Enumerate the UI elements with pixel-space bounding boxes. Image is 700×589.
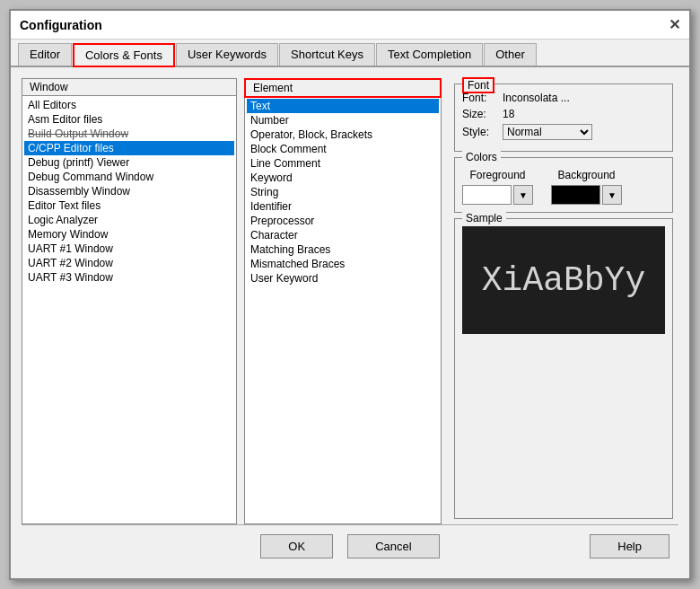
tab-text-completion[interactable]: Text Completion bbox=[376, 43, 483, 66]
size-label: Size: bbox=[462, 108, 503, 120]
close-button[interactable]: ✕ bbox=[669, 16, 680, 33]
tab-editor[interactable]: Editor bbox=[18, 43, 72, 66]
element-panel-header: Element bbox=[244, 78, 442, 98]
colors-group: Colors Foreground ▼ Background bbox=[454, 157, 673, 213]
list-item[interactable]: User Keyword bbox=[247, 271, 439, 286]
list-item[interactable]: Build Output Window bbox=[24, 127, 234, 141]
sample-box: XiAaBbYy bbox=[462, 226, 665, 334]
list-item[interactable]: Keyword bbox=[247, 171, 439, 185]
background-dropdown-arrow[interactable]: ▼ bbox=[602, 185, 622, 205]
dialog-title: Configuration bbox=[20, 18, 102, 32]
font-label: Font: bbox=[462, 92, 503, 104]
sample-group: Sample XiAaBbYy bbox=[454, 218, 673, 519]
background-swatch[interactable] bbox=[551, 185, 600, 205]
colors-group-label: Colors bbox=[462, 151, 501, 163]
foreground-label: Foreground bbox=[469, 169, 525, 181]
title-bar: Configuration ✕ bbox=[11, 11, 689, 40]
list-item[interactable]: String bbox=[247, 185, 439, 199]
tab-shortcut-keys[interactable]: Shortcut Keys bbox=[279, 43, 375, 66]
element-panel: Element Text Number Operator, Block, Bra… bbox=[244, 78, 442, 524]
configuration-dialog: Configuration ✕ Editor Colors & Fonts Us… bbox=[9, 9, 691, 580]
foreground-swatch[interactable] bbox=[462, 185, 512, 205]
background-swatch-row: ▼ bbox=[551, 185, 622, 205]
list-item[interactable]: Identifier bbox=[247, 199, 439, 214]
list-item-cpp-editor[interactable]: C/CPP Editor files bbox=[24, 141, 234, 155]
list-item[interactable]: Block Comment bbox=[247, 142, 439, 156]
list-item[interactable]: Disassembly Window bbox=[24, 184, 234, 198]
element-list[interactable]: Text Number Operator, Block, Brackets Bl… bbox=[245, 97, 441, 523]
background-label: Background bbox=[557, 169, 615, 181]
tab-other[interactable]: Other bbox=[484, 43, 537, 66]
list-item[interactable]: Debug (printf) Viewer bbox=[24, 155, 234, 170]
list-item[interactable]: UART #3 Window bbox=[24, 270, 234, 285]
font-style-row: Style: Normal Bold Italic Bold Italic bbox=[462, 124, 665, 140]
style-select[interactable]: Normal Bold Italic Bold Italic bbox=[503, 124, 592, 140]
main-content: Window All Editors Asm Editor files Buil… bbox=[11, 67, 689, 578]
list-item[interactable]: Asm Editor files bbox=[24, 112, 234, 127]
list-item[interactable]: UART #1 Window bbox=[24, 242, 234, 256]
list-item[interactable]: Operator, Block, Brackets bbox=[247, 127, 439, 142]
tab-colors-fonts[interactable]: Colors & Fonts bbox=[73, 43, 175, 67]
list-item[interactable]: Preprocessor bbox=[247, 214, 439, 228]
list-item[interactable]: Number bbox=[247, 113, 439, 127]
window-list[interactable]: All Editors Asm Editor files Build Outpu… bbox=[22, 96, 236, 523]
tab-user-keywords[interactable]: User Keywords bbox=[176, 43, 278, 66]
foreground-dropdown-arrow[interactable]: ▼ bbox=[513, 185, 533, 205]
list-item[interactable]: Editor Text files bbox=[24, 198, 234, 213]
background-col: Background ▼ bbox=[551, 169, 622, 205]
list-item-text[interactable]: Text bbox=[247, 99, 439, 113]
list-item[interactable]: Matching Braces bbox=[247, 242, 439, 257]
foreground-swatch-row: ▼ bbox=[462, 185, 533, 205]
font-value: Inconsolata ... bbox=[503, 92, 570, 104]
colors-row: Foreground ▼ Background ▼ bbox=[462, 169, 665, 205]
font-group-label: Font bbox=[462, 77, 494, 93]
cancel-button[interactable]: Cancel bbox=[347, 534, 439, 558]
list-item[interactable]: Mismatched Braces bbox=[247, 257, 439, 271]
right-panel: Font Font: Inconsolata ... Size: 18 Styl… bbox=[449, 78, 678, 524]
help-button[interactable]: Help bbox=[590, 534, 669, 558]
foreground-col: Foreground ▼ bbox=[462, 169, 533, 205]
list-item[interactable]: All Editors bbox=[24, 98, 234, 112]
size-value: 18 bbox=[503, 108, 514, 120]
list-item[interactable]: Character bbox=[247, 228, 439, 242]
list-item-debug-command[interactable]: Debug Command Window bbox=[24, 170, 234, 184]
bottom-buttons: OK Cancel Help bbox=[31, 534, 669, 558]
list-item[interactable]: Logic Analyzer bbox=[24, 213, 234, 227]
list-item[interactable]: Line Comment bbox=[247, 156, 439, 171]
bottom-bar: OK Cancel Help bbox=[22, 524, 678, 567]
font-size-row: Size: 18 bbox=[462, 108, 665, 120]
window-panel: Window All Editors Asm Editor files Buil… bbox=[22, 78, 237, 524]
font-name-row: Font: Inconsolata ... bbox=[462, 92, 665, 104]
sample-group-label: Sample bbox=[462, 212, 506, 224]
tab-bar: Editor Colors & Fonts User Keywords Shor… bbox=[11, 40, 689, 67]
font-group: Font Font: Inconsolata ... Size: 18 Styl… bbox=[454, 84, 673, 152]
list-item[interactable]: UART #2 Window bbox=[24, 256, 234, 270]
window-panel-header: Window bbox=[22, 79, 236, 96]
list-item[interactable]: Memory Window bbox=[24, 227, 234, 242]
ok-button[interactable]: OK bbox=[260, 534, 333, 558]
style-label: Style: bbox=[462, 126, 503, 138]
panels-container: Window All Editors Asm Editor files Buil… bbox=[22, 78, 678, 524]
